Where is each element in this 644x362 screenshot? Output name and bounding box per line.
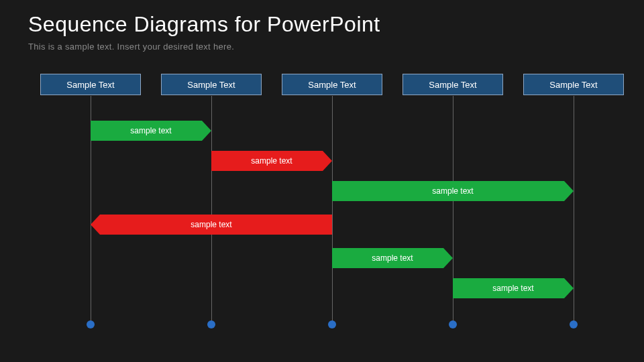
message-arrow: sample text	[211, 151, 332, 171]
slide: Sequence Diagrams for PowerPoint This is…	[0, 0, 644, 362]
lifeline-end-dot	[87, 320, 95, 328]
message-arrow: sample text	[332, 181, 574, 201]
lifeline-end-dot	[570, 320, 578, 328]
lane-header: Sample Text	[282, 74, 382, 95]
lifeline	[332, 96, 333, 324]
lane-header: Sample Text	[161, 74, 262, 95]
lifeline-end-dot	[328, 320, 336, 328]
slide-title: Sequence Diagrams for PowerPoint	[28, 12, 380, 37]
message-arrow: sample text	[453, 278, 574, 298]
lane-header: Sample Text	[523, 74, 624, 95]
message-arrow: sample text	[91, 121, 211, 141]
lane-header: Sample Text	[40, 74, 141, 95]
message-arrow: sample text	[91, 215, 332, 235]
lifeline	[574, 96, 574, 324]
lifeline-end-dot	[449, 320, 457, 328]
lifeline	[211, 96, 212, 324]
lifeline-end-dot	[207, 320, 215, 328]
message-arrow: sample text	[332, 248, 453, 268]
slide-subtitle: This is a sample text. Insert your desir…	[28, 42, 234, 52]
lane-header: Sample Text	[402, 74, 503, 95]
